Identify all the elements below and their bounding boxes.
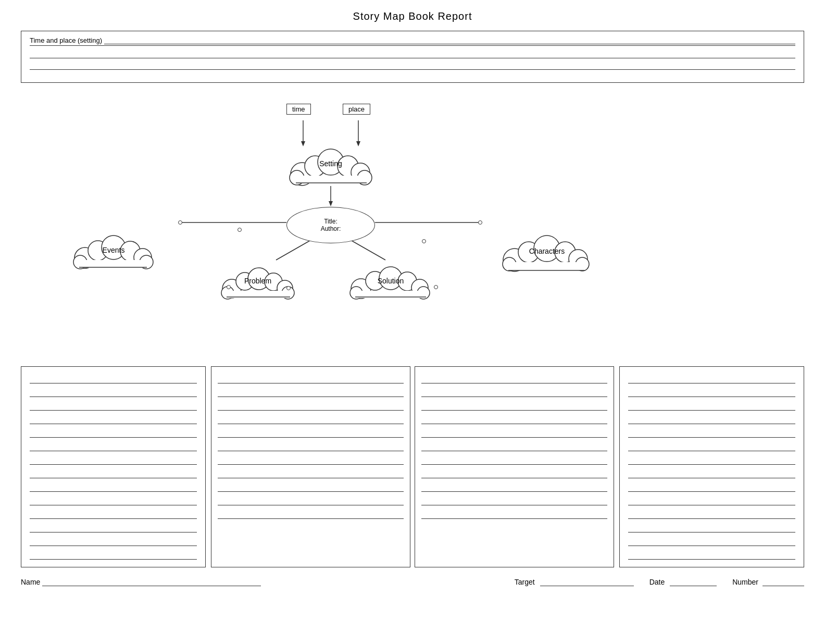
target-field: Target: [515, 578, 634, 586]
title-author-oval: Title: Author:: [286, 207, 375, 243]
prob-line-1: [218, 372, 404, 383]
prob-line-5: [218, 426, 404, 438]
dot-center-1: [238, 228, 242, 232]
events-line-1: [30, 372, 197, 383]
place-box: place: [343, 104, 370, 115]
svg-marker-3: [356, 141, 360, 146]
prob-line-11: [218, 507, 404, 519]
events-line-5: [30, 426, 197, 438]
dot-chars-right: [434, 285, 438, 289]
diagram-area: time place Setting: [21, 93, 804, 364]
problem-label: Problem: [244, 277, 271, 285]
sol-line-6: [421, 440, 607, 451]
char-line-1: [628, 372, 795, 383]
char-line-13: [628, 535, 795, 546]
char-line-4: [628, 413, 795, 424]
footer: Name Target Date Number: [21, 578, 804, 586]
svg-line-8: [276, 239, 312, 260]
events-line-7: [30, 453, 197, 465]
solution-col: [415, 366, 614, 567]
prob-line-3: [218, 399, 404, 411]
events-line-8: [30, 467, 197, 478]
target-line: [540, 586, 634, 586]
page-title: Story Map Book Report: [21, 10, 804, 22]
char-line-9: [628, 480, 795, 492]
char-line-3: [628, 399, 795, 411]
char-line-14: [628, 548, 795, 560]
author-label: Author:: [321, 225, 341, 232]
number-line: [762, 586, 804, 586]
date-line: [670, 586, 717, 586]
events-line-3: [30, 399, 197, 411]
sol-line-8: [421, 467, 607, 478]
svg-marker-5: [329, 201, 333, 206]
prob-line-8: [218, 467, 404, 478]
svg-line-9: [349, 239, 385, 260]
setting-box: Time and place (setting): [21, 31, 804, 83]
dot-center-3: [286, 286, 291, 290]
time-box: time: [286, 104, 311, 115]
characters-column: [619, 366, 804, 567]
sol-line-5: [421, 426, 607, 438]
prob-line-4: [218, 413, 404, 424]
bottom-area: [21, 366, 804, 567]
events-line-10: [30, 494, 197, 505]
events-line-14: [30, 548, 197, 560]
events-line-13: [30, 535, 197, 546]
name-line: [42, 586, 261, 586]
setting-label-cloud: Setting: [319, 159, 342, 168]
sol-line-10: [421, 494, 607, 505]
sol-line-4: [421, 413, 607, 424]
problem-col: [211, 366, 410, 567]
events-line-9: [30, 480, 197, 492]
sol-line-2: [421, 386, 607, 397]
setting-label: Time and place (setting): [30, 36, 102, 44]
dot-center-2: [422, 239, 426, 243]
char-line-5: [628, 426, 795, 438]
number-label: Number: [732, 578, 758, 586]
dot-events-left: [227, 285, 231, 289]
prob-line-9: [218, 480, 404, 492]
name-field: Name: [21, 578, 261, 586]
events-line-11: [30, 507, 197, 519]
prob-line-7: [218, 453, 404, 465]
events-line-4: [30, 413, 197, 424]
events-line-12: [30, 521, 197, 532]
svg-marker-1: [301, 141, 305, 146]
sol-line-1: [421, 372, 607, 383]
name-label: Name: [21, 578, 40, 586]
char-line-11: [628, 507, 795, 519]
characters-label: Characters: [529, 247, 565, 255]
char-line-12: [628, 521, 795, 532]
char-line-10: [628, 494, 795, 505]
char-line-2: [628, 386, 795, 397]
char-line-8: [628, 467, 795, 478]
prob-line-10: [218, 494, 404, 505]
number-field: Number: [732, 578, 804, 586]
dot-chars-left: [478, 220, 482, 225]
sol-line-11: [421, 507, 607, 519]
prob-line-2: [218, 386, 404, 397]
target-label: Target: [515, 578, 535, 586]
dot-events-right: [178, 220, 182, 225]
solution-label: Solution: [378, 277, 404, 285]
char-line-7: [628, 453, 795, 465]
events-label: Events: [103, 246, 125, 254]
title-label: Title:: [324, 218, 338, 225]
date-field: Date: [649, 578, 717, 586]
sol-line-3: [421, 399, 607, 411]
prob-line-6: [218, 440, 404, 451]
sol-line-9: [421, 480, 607, 492]
events-line-6: [30, 440, 197, 451]
events-line-2: [30, 386, 197, 397]
date-label: Date: [649, 578, 665, 586]
sol-line-7: [421, 453, 607, 465]
char-line-6: [628, 440, 795, 451]
events-column: [21, 366, 206, 567]
middle-col: [206, 366, 619, 567]
connector-svg: [21, 93, 804, 364]
